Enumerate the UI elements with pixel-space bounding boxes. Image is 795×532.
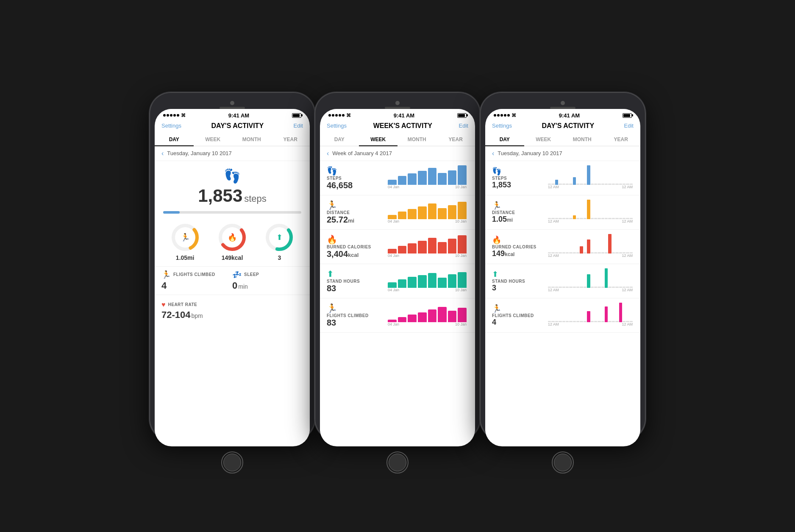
tab-month-2[interactable]: MONTH <box>398 133 436 146</box>
prev-arrow-2[interactable]: ‹ <box>327 150 329 157</box>
chart-dates-stand-3: 12 AM12 AM <box>547 288 634 292</box>
hour-bar <box>587 165 590 185</box>
settings-link-1[interactable]: Settings <box>161 123 181 129</box>
stand-label-2: STAND HOURS <box>327 279 386 284</box>
tabs-3: DAY WEEK MONTH YEAR <box>485 133 640 146</box>
steps-value-2: 46,658 <box>327 181 386 190</box>
hour-bar <box>576 321 579 322</box>
edit-link-1[interactable]: Edit <box>294 123 303 129</box>
hour-bar <box>598 252 600 253</box>
home-button-1[interactable] <box>221 451 243 474</box>
ring-floors-value-1: 3 <box>278 254 281 261</box>
heart-value-1: 72-104 <box>161 309 191 320</box>
ring-distance-value-1: 1.05mi <box>176 254 195 261</box>
hour-bar <box>612 321 615 322</box>
tab-day-3[interactable]: DAY <box>485 133 524 146</box>
stand-value-2: 83 <box>327 284 386 293</box>
day-steps-3: 👣 STEPS 1,853 <box>485 161 640 195</box>
hour-bar <box>576 252 579 253</box>
edit-link-3[interactable]: Edit <box>624 123 634 129</box>
bar <box>408 209 417 219</box>
sleep-icon-1: 💤 <box>232 270 242 279</box>
calories-value-3: 149kcal <box>492 249 547 258</box>
chart-dates-flights-3: 12 AM12 AM <box>547 322 634 326</box>
settings-link-2[interactable]: Settings <box>327 123 347 129</box>
signal-1: ⌘ <box>163 113 186 118</box>
tab-month-1[interactable]: MONTH <box>232 133 271 146</box>
phone-1-screen: ⌘ 9:41 AM Settings DAY'S ACTIVITY Edit D… <box>155 109 310 446</box>
day-calories-3: 🔥 BURNED CALORIES 149kcal <box>485 230 640 264</box>
run-icon-1: 🏃 <box>181 233 190 242</box>
tab-month-3[interactable]: MONTH <box>563 133 602 146</box>
chart-dates-flights-2: 04 Jan10 Jan <box>386 322 468 326</box>
hour-bar <box>608 184 611 184</box>
hour-bar <box>615 287 618 287</box>
date-text-2: Week of January 4 2017 <box>332 150 392 156</box>
nav-bar-2: Settings WEEK'S ACTIVITY Edit <box>320 120 475 133</box>
edit-link-2[interactable]: Edit <box>459 123 468 129</box>
phone-3-screen: ⌘ 9:41 AM Settings DAY'S ACTIVITY Edit D… <box>485 109 640 446</box>
home-button-2[interactable] <box>386 451 409 474</box>
bar <box>428 203 437 219</box>
battery-3 <box>623 113 632 118</box>
day-distance-3: 🏃 DISTANCE 1.05mi <box>485 195 640 230</box>
hour-bar <box>562 184 565 184</box>
hour-bar <box>576 287 579 287</box>
phones-container: ⌘ 9:41 AM Settings DAY'S ACTIVITY Edit D… <box>150 92 645 440</box>
distance-value-2: 25.72mi <box>327 215 386 225</box>
tab-day-1[interactable]: DAY <box>155 133 194 146</box>
home-button-3[interactable] <box>552 451 574 474</box>
sleep-value-1: 0 <box>232 280 237 291</box>
hour-bar <box>598 287 600 287</box>
tab-day-2[interactable]: DAY <box>320 133 359 146</box>
calories-label-2: BURNED CALORIES <box>327 245 386 249</box>
distance-unit-2: mi <box>348 217 354 224</box>
phone-2-bottom <box>320 446 475 477</box>
tab-week-2[interactable]: WEEK <box>359 133 398 146</box>
distance-value-3: 1.05mi <box>492 215 547 224</box>
tab-year-3[interactable]: YEAR <box>602 133 641 146</box>
stat-row-heart-1: ♥ HEART RATE 72-104 bpm <box>155 295 310 326</box>
settings-link-3[interactable]: Settings <box>492 123 512 129</box>
phone-2-frame: ⌘ 9:41 AM Settings WEEK'S ACTIVITY Edit … <box>315 92 480 440</box>
home-button-inner-1 <box>223 454 241 471</box>
day-steps-left-3: 👣 STEPS 1,853 <box>492 167 547 189</box>
hour-bar <box>615 252 618 253</box>
progress-bar-1 <box>163 211 301 214</box>
phone-1-frame: ⌘ 9:41 AM Settings DAY'S ACTIVITY Edit D… <box>150 92 315 440</box>
chart-dates-stand-2: 04 Jan10 Jan <box>386 288 468 292</box>
day-flights-3: 🏃 FLIGHTS CLIMBED 4 <box>485 298 640 333</box>
tab-year-2[interactable]: YEAR <box>436 133 475 146</box>
hour-bar <box>566 287 569 287</box>
heart-label-1: HEART RATE <box>168 302 197 307</box>
tab-week-1[interactable]: WEEK <box>194 133 233 146</box>
stand-icon-3: ⬆ <box>492 270 547 279</box>
bar <box>448 274 457 287</box>
time-1: 9:41 AM <box>228 112 249 119</box>
tab-week-3[interactable]: WEEK <box>524 133 563 146</box>
prev-arrow-3[interactable]: ‹ <box>492 150 494 157</box>
tab-year-1[interactable]: YEAR <box>271 133 310 146</box>
bar <box>428 238 437 253</box>
hour-bar <box>612 184 615 184</box>
hour-bar <box>584 218 587 219</box>
hour-bar <box>584 321 587 322</box>
hour-bar <box>612 218 615 219</box>
date-text-1: Tuesday, January 10 2017 <box>167 150 232 156</box>
hour-bar <box>594 321 597 322</box>
bar <box>448 205 457 219</box>
distance-icon-3: 🏃 <box>492 201 547 210</box>
hour-bar <box>587 240 590 253</box>
bar <box>458 308 467 322</box>
hour-bar <box>559 218 562 219</box>
prev-arrow-1[interactable]: ‹ <box>161 150 164 157</box>
phone-3-top <box>485 97 640 109</box>
bar <box>418 312 427 322</box>
date-text-3: Tuesday, January 10 2017 <box>498 150 562 156</box>
bar <box>388 282 397 288</box>
hour-bar <box>559 287 562 287</box>
flights-label-1: FLIGHTS CLIMBED <box>173 272 215 277</box>
bar <box>448 239 457 253</box>
hour-bar <box>594 218 597 219</box>
flights-label-2: FLIGHTS CLIMBED <box>327 313 386 318</box>
